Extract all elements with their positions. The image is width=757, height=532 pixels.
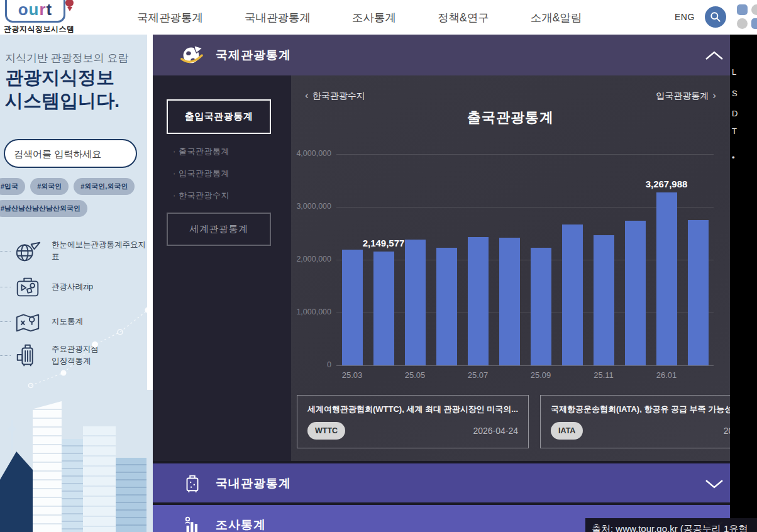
hashtag-pill[interactable]: #외국인,외국인 [74,178,135,195]
chevron-up-icon[interactable] [705,51,724,60]
bar[interactable] [405,240,426,365]
search-input[interactable] [14,148,139,159]
bar[interactable] [594,235,614,365]
submenu-item[interactable]: · 한국관광수지 [173,190,229,201]
section-title: 국내관광통계 [216,475,291,492]
bar[interactable] [499,238,520,365]
x-axis-tick: 25.09 [525,370,556,380]
main-content: 국제관광통계 출입국관광통계 · 출국관광통계· 입국관광통계· 한국관광수지 … [153,35,730,532]
x-axis-tick [368,370,399,380]
chart-panel: ‹한국관광수지 입국관광통계› 출국관광통계 4,000,0003,000,00… [291,75,730,461]
gridline [336,365,714,366]
site-logo[interactable]: ourt [5,0,65,23]
x-axis-tick [494,370,525,380]
clipped-text-fragment: D [732,109,738,118]
sidebar-item-key-indicators[interactable]: 한눈에보는관광통계주요지표 [0,235,153,267]
bar-data-label: 2,149,577 [363,238,405,248]
city-illustration [0,381,153,532]
bar-slot [556,154,588,365]
dotted-leader [0,321,11,322]
chevron-right-icon: › [709,89,720,101]
dotted-leader [0,355,11,356]
x-axis-labels: 25.0325.0525.0725.0925.1126.01 [336,370,714,380]
clipped-text-fragment: T [732,126,737,136]
international-stats-panel: 출입국관광통계 · 출국관광통계· 입국관광통계· 한국관광수지 세계관광통계 … [153,75,730,461]
bar-slot [399,154,431,365]
stats-submenu: 출입국관광통계 · 출국관광통계· 입국관광통계· 한국관광수지 세계관광통계 [153,75,291,461]
sidebar-title: 관광지식정보 시스템입니다. [5,66,119,113]
bar[interactable] [342,250,363,365]
submenu-group-world[interactable]: 세계관광통계 [167,213,271,246]
search-icon [709,11,722,23]
hashtag-row: #입국#외국인#외국인,외국인 [0,178,153,195]
page: ourt 관광지식정보시스템 국제관광통계국내관광통계조사통계정책&연구소개&알… [0,0,757,532]
chevron-left-icon: ‹ [301,89,312,101]
topnav-item[interactable]: 국내관광통계 [245,10,311,25]
hashtag-pill[interactable]: #남산남산남산남산외국인 [0,200,87,217]
section-header-domestic[interactable]: 국내관광통계 [153,463,730,502]
y-axis-tick: 2,000,000 [294,255,331,263]
bar[interactable] [468,237,489,365]
topnav-item[interactable]: 국제관광통계 [137,10,203,25]
building-shape [0,452,36,532]
bar[interactable] [373,252,394,365]
topnav-menu: 국제관광통계국내관광통계조사통계정책&연구소개&알림 [137,0,582,35]
bar[interactable] [562,224,583,365]
building-shape [116,458,146,532]
bar-data-label: 3,267,988 [646,179,688,189]
news-title: 국제항공운송협회(IATA), 항공유 공급 부족 가능성 관련 성... [551,404,730,415]
x-axis-tick: 25.07 [462,370,494,380]
news-date: 2026-04-24 [724,426,730,436]
bar[interactable] [625,221,646,365]
building-shape [33,401,62,532]
network-dots-decoration [26,296,152,397]
y-axis-tick: 3,000,000 [294,202,331,211]
submenu-group-active[interactable]: 출입국관광통계 [167,99,271,134]
sidebar-item-label: 한눈에보는관광통계주요지표 [52,239,153,263]
chart-next-button[interactable]: 입국관광통계› [656,89,720,102]
clipped-text-fragment: • [732,153,735,162]
chart-prev-button[interactable]: ‹한국관광수지 [301,89,365,102]
tower-spire [11,420,13,457]
bar[interactable] [531,248,551,365]
submenu-item[interactable]: · 입국관광통계 [173,168,229,179]
topnav-item[interactable]: 소개&알림 [531,10,582,25]
globe-plane-icon [13,236,42,265]
bar-slot [494,154,525,365]
hashtag-pill[interactable]: #외국인 [30,178,69,195]
dotted-leader [0,251,11,252]
building-shape [62,439,83,532]
language-toggle[interactable]: ENG [675,12,695,22]
news-badge: IATA [551,422,583,440]
section-title: 조사통계 [216,517,266,532]
bar-slot [462,154,494,365]
section-header-international[interactable]: 국제관광통계 [153,35,730,75]
bar-slot [525,154,556,365]
bar[interactable] [656,192,677,365]
sidebar-search[interactable] [4,139,137,168]
y-axis-tick: 0 [294,360,331,369]
chevron-down-icon[interactable] [705,479,724,489]
x-axis-tick: 25.05 [399,370,431,380]
y-axis-tick: 1,000,000 [294,308,331,316]
topnav-item[interactable]: 정책&연구 [438,10,489,25]
news-card[interactable]: 세계여행관광협회(WTTC), 세계 최대 관광시장인 미국의... WTTC … [297,395,529,448]
news-card[interactable]: 국제항공운송협회(IATA), 항공유 공급 부족 가능성 관련 성... IA… [540,395,730,448]
bar[interactable] [688,220,709,365]
submenu-list: · 출국관광통계· 입국관광통계· 한국관광수지 [173,146,229,212]
clipped-text-fragment: L [732,67,736,77]
survey-stats-icon [182,514,203,532]
bar-slot [431,154,462,365]
topnav-item[interactable]: 조사통계 [352,10,396,25]
bar[interactable] [436,248,457,365]
y-axis-tick: 4,000,000 [294,149,331,158]
bar-slot: 2,149,577 [368,154,399,365]
x-axis-tick: 25.03 [336,370,368,380]
global-search-button[interactable] [705,6,726,28]
source-attribution: 출처: www.tour.go.kr (공공누리 1유형 [585,518,757,532]
hashtag-row: #남산남산남산남산외국인 [0,200,153,217]
hashtag-pill[interactable]: #입국 [0,178,25,195]
bar-chart: 4,000,0003,000,0002,000,0001,000,0000 2,… [294,154,714,406]
all-menu-icon[interactable] [737,4,757,30]
submenu-item[interactable]: · 출국관광통계 [173,146,229,157]
